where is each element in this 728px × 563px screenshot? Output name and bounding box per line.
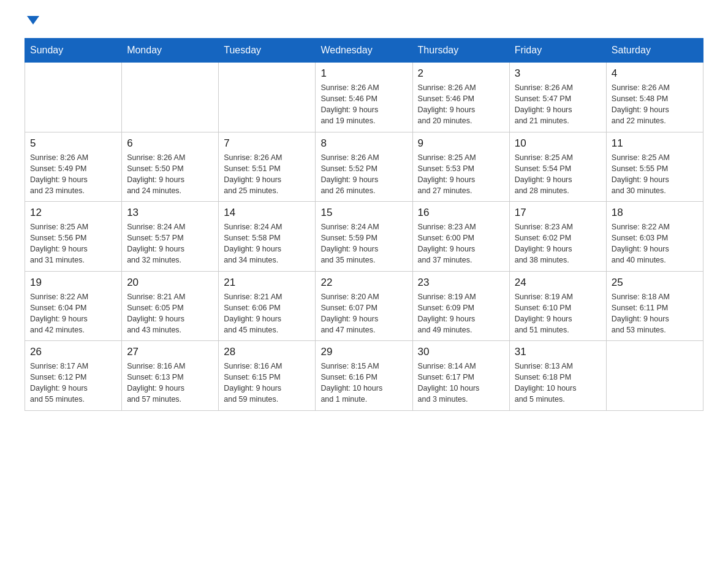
calendar-cell: 26Sunrise: 8:17 AM Sunset: 6:12 PM Dayli… (25, 341, 122, 411)
calendar-cell: 23Sunrise: 8:19 AM Sunset: 6:09 PM Dayli… (412, 271, 509, 341)
day-info: Sunrise: 8:26 AM Sunset: 5:46 PM Dayligh… (320, 82, 407, 127)
weekday-header-wednesday: Wednesday (316, 39, 412, 63)
day-info: Sunrise: 8:21 AM Sunset: 6:05 PM Dayligh… (127, 291, 213, 336)
day-number: 9 (418, 137, 504, 150)
calendar-cell: 18Sunrise: 8:22 AM Sunset: 6:03 PM Dayli… (606, 202, 703, 272)
calendar-cell: 7Sunrise: 8:26 AM Sunset: 5:51 PM Daylig… (219, 132, 316, 202)
day-number: 2 (418, 67, 504, 80)
day-number: 23 (418, 277, 504, 289)
calendar-cell: 2Sunrise: 8:26 AM Sunset: 5:46 PM Daylig… (412, 63, 509, 132)
weekday-header-saturday: Saturday (606, 39, 703, 63)
calendar-cell (25, 63, 122, 132)
day-info: Sunrise: 8:22 AM Sunset: 6:03 PM Dayligh… (612, 221, 698, 266)
day-number: 18 (612, 207, 698, 219)
day-info: Sunrise: 8:25 AM Sunset: 5:53 PM Dayligh… (418, 152, 504, 197)
day-number: 15 (320, 207, 407, 219)
day-number: 20 (127, 277, 213, 289)
calendar-cell: 29Sunrise: 8:15 AM Sunset: 6:16 PM Dayli… (316, 341, 412, 411)
day-info: Sunrise: 8:19 AM Sunset: 6:09 PM Dayligh… (418, 291, 504, 336)
day-number: 4 (612, 67, 698, 80)
day-info: Sunrise: 8:23 AM Sunset: 6:02 PM Dayligh… (515, 221, 601, 266)
day-number: 31 (515, 346, 601, 358)
calendar-cell (219, 63, 316, 132)
day-number: 3 (515, 67, 601, 80)
calendar-cell: 1Sunrise: 8:26 AM Sunset: 5:46 PM Daylig… (316, 63, 412, 132)
day-number: 6 (127, 137, 213, 150)
day-info: Sunrise: 8:26 AM Sunset: 5:46 PM Dayligh… (418, 82, 504, 127)
day-info: Sunrise: 8:20 AM Sunset: 6:07 PM Dayligh… (320, 291, 407, 336)
calendar-cell: 17Sunrise: 8:23 AM Sunset: 6:02 PM Dayli… (509, 202, 606, 272)
week-row-4: 19Sunrise: 8:22 AM Sunset: 6:04 PM Dayli… (25, 271, 703, 341)
calendar-cell: 31Sunrise: 8:13 AM Sunset: 6:18 PM Dayli… (509, 341, 606, 411)
day-number: 17 (515, 207, 601, 219)
day-info: Sunrise: 8:26 AM Sunset: 5:51 PM Dayligh… (224, 152, 310, 197)
day-info: Sunrise: 8:13 AM Sunset: 6:18 PM Dayligh… (515, 361, 601, 405)
calendar-cell: 30Sunrise: 8:14 AM Sunset: 6:17 PM Dayli… (412, 341, 509, 411)
calendar-cell (606, 341, 703, 411)
day-number: 19 (30, 277, 116, 289)
day-info: Sunrise: 8:24 AM Sunset: 5:57 PM Dayligh… (127, 221, 213, 266)
weekday-header-monday: Monday (122, 39, 219, 63)
calendar-cell: 13Sunrise: 8:24 AM Sunset: 5:57 PM Dayli… (122, 202, 219, 272)
day-info: Sunrise: 8:16 AM Sunset: 6:13 PM Dayligh… (127, 361, 213, 405)
calendar-cell: 21Sunrise: 8:21 AM Sunset: 6:06 PM Dayli… (219, 271, 316, 341)
day-info: Sunrise: 8:25 AM Sunset: 5:55 PM Dayligh… (612, 152, 698, 197)
day-info: Sunrise: 8:16 AM Sunset: 6:15 PM Dayligh… (224, 361, 310, 405)
day-info: Sunrise: 8:26 AM Sunset: 5:48 PM Dayligh… (612, 82, 698, 127)
day-info: Sunrise: 8:15 AM Sunset: 6:16 PM Dayligh… (320, 361, 407, 405)
logo (25, 18, 39, 27)
day-number: 30 (418, 346, 504, 358)
weekday-header-friday: Friday (509, 39, 606, 63)
calendar-cell: 25Sunrise: 8:18 AM Sunset: 6:11 PM Dayli… (606, 271, 703, 341)
day-number: 7 (224, 137, 310, 150)
day-number: 25 (612, 277, 698, 289)
calendar-cell (122, 63, 219, 132)
calendar-cell: 24Sunrise: 8:19 AM Sunset: 6:10 PM Dayli… (509, 271, 606, 341)
calendar-cell: 22Sunrise: 8:20 AM Sunset: 6:07 PM Dayli… (316, 271, 412, 341)
calendar-cell: 10Sunrise: 8:25 AM Sunset: 5:54 PM Dayli… (509, 132, 606, 202)
day-info: Sunrise: 8:14 AM Sunset: 6:17 PM Dayligh… (418, 361, 504, 405)
logo-triangle-icon (27, 16, 39, 25)
weekday-header-sunday: Sunday (25, 39, 122, 63)
day-number: 11 (612, 137, 698, 150)
day-info: Sunrise: 8:25 AM Sunset: 5:56 PM Dayligh… (30, 221, 116, 266)
weekday-header-row: SundayMondayTuesdayWednesdayThursdayFrid… (25, 39, 703, 63)
day-info: Sunrise: 8:26 AM Sunset: 5:52 PM Dayligh… (320, 152, 407, 197)
calendar-cell: 27Sunrise: 8:16 AM Sunset: 6:13 PM Dayli… (122, 341, 219, 411)
day-number: 13 (127, 207, 213, 219)
day-number: 5 (30, 137, 116, 150)
calendar-cell: 28Sunrise: 8:16 AM Sunset: 6:15 PM Dayli… (219, 341, 316, 411)
day-number: 26 (30, 346, 116, 358)
day-info: Sunrise: 8:18 AM Sunset: 6:11 PM Dayligh… (612, 291, 698, 336)
day-number: 29 (320, 346, 407, 358)
day-info: Sunrise: 8:19 AM Sunset: 6:10 PM Dayligh… (515, 291, 601, 336)
day-info: Sunrise: 8:24 AM Sunset: 5:59 PM Dayligh… (320, 221, 407, 266)
day-info: Sunrise: 8:24 AM Sunset: 5:58 PM Dayligh… (224, 221, 310, 266)
day-number: 24 (515, 277, 601, 289)
day-number: 10 (515, 137, 601, 150)
day-number: 14 (224, 207, 310, 219)
week-row-1: 1Sunrise: 8:26 AM Sunset: 5:46 PM Daylig… (25, 63, 703, 132)
day-info: Sunrise: 8:23 AM Sunset: 6:00 PM Dayligh… (418, 221, 504, 266)
week-row-3: 12Sunrise: 8:25 AM Sunset: 5:56 PM Dayli… (25, 202, 703, 272)
week-row-5: 26Sunrise: 8:17 AM Sunset: 6:12 PM Dayli… (25, 341, 703, 411)
calendar-cell: 15Sunrise: 8:24 AM Sunset: 5:59 PM Dayli… (316, 202, 412, 272)
day-number: 1 (320, 67, 407, 80)
day-number: 27 (127, 346, 213, 358)
calendar-cell: 8Sunrise: 8:26 AM Sunset: 5:52 PM Daylig… (316, 132, 412, 202)
week-row-2: 5Sunrise: 8:26 AM Sunset: 5:49 PM Daylig… (25, 132, 703, 202)
calendar-cell: 5Sunrise: 8:26 AM Sunset: 5:49 PM Daylig… (25, 132, 122, 202)
day-info: Sunrise: 8:25 AM Sunset: 5:54 PM Dayligh… (515, 152, 601, 197)
calendar-cell: 6Sunrise: 8:26 AM Sunset: 5:50 PM Daylig… (122, 132, 219, 202)
calendar-cell: 16Sunrise: 8:23 AM Sunset: 6:00 PM Dayli… (412, 202, 509, 272)
day-number: 22 (320, 277, 407, 289)
page-header (25, 18, 703, 27)
calendar-cell: 14Sunrise: 8:24 AM Sunset: 5:58 PM Dayli… (219, 202, 316, 272)
day-number: 8 (320, 137, 407, 150)
weekday-header-thursday: Thursday (412, 39, 509, 63)
calendar-table: SundayMondayTuesdayWednesdayThursdayFrid… (25, 38, 703, 411)
calendar-cell: 4Sunrise: 8:26 AM Sunset: 5:48 PM Daylig… (606, 63, 703, 132)
calendar-cell: 9Sunrise: 8:25 AM Sunset: 5:53 PM Daylig… (412, 132, 509, 202)
calendar-cell: 20Sunrise: 8:21 AM Sunset: 6:05 PM Dayli… (122, 271, 219, 341)
day-number: 12 (30, 207, 116, 219)
